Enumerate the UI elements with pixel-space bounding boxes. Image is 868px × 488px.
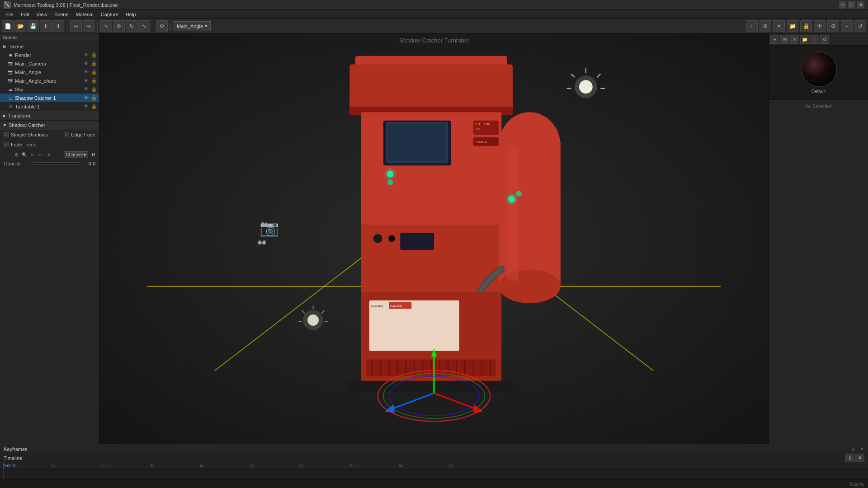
tool-search-icon[interactable]: 🔍 — [21, 151, 28, 158]
menu-scene[interactable]: Scene — [51, 10, 72, 19]
app-icon: 🔧 — [4, 1, 11, 9]
channel-dropdown[interactable]: Channel ▾ — [64, 151, 88, 158]
eye-icon-angle[interactable]: 👁 — [84, 69, 90, 75]
right-btn-grid[interactable]: ⊞ — [780, 35, 789, 44]
toolbar-close-right[interactable]: ✕ — [773, 20, 785, 32]
minimize-button[interactable]: ─ — [839, 1, 846, 9]
svg-point-70 — [303, 310, 323, 330]
svg-text:PUMP A: PUMP A — [475, 140, 487, 144]
toolbar-rotate[interactable]: ↻ — [126, 20, 137, 32]
opacity-bar[interactable] — [33, 162, 80, 165]
right-btn-refresh[interactable]: ↺ — [820, 35, 829, 44]
camera-label: Main_Angle — [177, 23, 203, 29]
eye-icon-shadow[interactable]: 👁 — [84, 95, 90, 101]
transform-header[interactable]: ▶ Transform — [0, 111, 99, 120]
toolbar-import[interactable]: ⬆ — [40, 20, 52, 32]
keyframes-label: Keyframes — [4, 446, 28, 452]
timeline-track[interactable] — [0, 469, 868, 479]
timeline-scroll-down[interactable]: ▼ — [860, 446, 864, 451]
viewport[interactable]: RRCG.CN 人人素材 RRCG 人人素材 RRCG KEF — [99, 33, 769, 444]
lock-icon-shadow[interactable]: 🔒 — [91, 95, 97, 101]
eye-icon-render[interactable]: 👁 — [84, 52, 90, 58]
time-display: 0:00.01 — [4, 464, 17, 468]
toolbar-scale[interactable]: ⤡ — [138, 20, 150, 32]
menu-help[interactable]: Help — [122, 10, 140, 19]
tree-item-main-camera[interactable]: 📷 Main_Camera 👁 🔒 — [0, 59, 99, 68]
ruler-7s: 7s — [349, 464, 354, 468]
toolbar-new[interactable]: 📄 — [2, 20, 14, 32]
right-panel: + ⊞ ✕ 📁 → ↺ — [769, 33, 868, 444]
svg-text:· 02: · 02 — [475, 127, 480, 131]
lock-icon-turntable[interactable]: 🔒 — [91, 103, 97, 110]
toolbar-plus[interactable]: + — [746, 20, 758, 32]
tool-settings-icon[interactable]: ⚙ — [13, 151, 20, 158]
toolbar-lock[interactable]: 🔒 — [800, 20, 812, 32]
right-btn-arrow[interactable]: → — [810, 35, 819, 44]
tree-item-main-angle-sharp[interactable]: 📷 Main_Angle_sharp 👁 🔒 — [0, 76, 99, 85]
toolbar-settings[interactable]: ⚙ — [827, 20, 839, 32]
lock-icon-render[interactable]: 🔒 — [91, 52, 97, 58]
toolbar-arrow-right[interactable]: → — [841, 20, 853, 32]
tree-label-scene: Scene — [9, 44, 24, 49]
right-btn-plus[interactable]: + — [770, 35, 779, 44]
menu-capture[interactable]: Capture — [97, 10, 122, 19]
toolbar-move[interactable]: ✥ — [113, 20, 125, 32]
render-icon: ■ — [7, 52, 14, 58]
camera-dropdown[interactable]: Main_Angle ▾ — [174, 21, 211, 31]
menu-material[interactable]: Material — [72, 10, 97, 19]
lock-icon-sky[interactable]: 🔒 — [91, 86, 97, 93]
tree-item-main-angle[interactable]: 📷 Main_Angle 👁 🔒 — [0, 68, 99, 76]
toolbar-render-settings[interactable]: ⚙ — [156, 20, 168, 32]
tool-edit-icon[interactable]: ✏ — [29, 151, 36, 158]
close-button[interactable]: ✕ — [857, 1, 864, 9]
main-toolbar: 📄 📂 💾 ⬆ ⬇ ↩ ↪ ↖ ✥ ↻ ⤡ ⚙ Main_Angle ▾ + ⊞… — [0, 19, 868, 33]
menu-edit[interactable]: Edit — [17, 10, 33, 19]
toolbar-save[interactable]: 💾 — [27, 20, 39, 32]
tree-item-shadow-catcher[interactable]: ◻ Shadow Catcher 1 👁 🔒 — [0, 94, 99, 102]
timeline-scroll-up[interactable]: ▲ — [851, 446, 855, 451]
lock-icon-camera[interactable]: 🔒 — [91, 61, 97, 67]
menu-view[interactable]: View — [33, 10, 51, 19]
toolbar-select[interactable]: ↖ — [100, 20, 112, 32]
eye-icon-angle-sharp[interactable]: 👁 — [84, 78, 90, 84]
toolbar-folder-right[interactable]: 📁 — [787, 20, 798, 32]
right-btn-close[interactable]: ✕ — [790, 35, 799, 44]
fade-checkbox-group[interactable]: ✓ Fade: — [4, 142, 24, 147]
simple-shadows-checkbox-group[interactable]: ✓ Simple Shadows — [4, 132, 48, 137]
eye-icon-sky[interactable]: 👁 — [84, 86, 90, 93]
playhead-track — [4, 469, 4, 479]
ruler-3s: 3s — [150, 464, 155, 468]
eye-icon-turntable[interactable]: 👁 — [84, 103, 90, 110]
eye-icon-camera[interactable]: 👁 — [84, 61, 90, 67]
tree-item-turntable[interactable]: ↻ Turntable 1 👁 🔒 — [0, 102, 99, 111]
maximize-button[interactable]: □ — [848, 1, 855, 9]
toolbar-grid[interactable]: ⊞ — [760, 20, 771, 32]
tree-item-sky[interactable]: ☁ Sky 👁 🔒 — [0, 85, 99, 94]
tool-clear-icon[interactable]: ✕ — [45, 151, 52, 158]
menu-file[interactable]: File — [2, 10, 17, 19]
svg-point-63 — [575, 75, 597, 98]
timeline-btn-down[interactable]: ⬇ — [855, 454, 864, 463]
shadow-catcher-header[interactable]: ▼ Shadow Catcher — [0, 121, 99, 130]
right-btn-folder[interactable]: 📁 — [800, 35, 809, 44]
ruler-9s: 9s — [448, 464, 453, 468]
toolbar-sep4 — [170, 22, 171, 31]
toolbar-open[interactable]: 📂 — [14, 20, 26, 32]
toolbar-refresh[interactable]: ↺ — [854, 20, 866, 32]
toolbar-export[interactable]: ⬇ — [52, 20, 64, 32]
tree-label-render: Render — [15, 52, 31, 58]
edge-fade-checkbox[interactable]: ✓ — [64, 132, 69, 137]
tool-reset-icon[interactable]: ↩ — [37, 151, 44, 158]
timeline-btn-scroll[interactable]: ⬆ — [845, 454, 854, 463]
toolbar-undo[interactable]: ↩ — [70, 20, 82, 32]
toolbar-eye[interactable]: 👁 — [814, 20, 826, 32]
fade-checkbox[interactable]: ✓ — [4, 142, 9, 147]
edge-fade-checkbox-group[interactable]: ✓ Edge Fade — [64, 132, 95, 137]
simple-shadows-checkbox[interactable]: ✓ — [4, 132, 9, 137]
lock-icon-angle[interactable]: 🔒 — [91, 69, 97, 75]
shadow-catcher-icon: ◻ — [7, 95, 14, 101]
tree-item-render[interactable]: ■ Render 👁 🔒 — [0, 51, 99, 59]
toolbar-redo[interactable]: ↪ — [83, 20, 94, 32]
lock-icon-angle-sharp[interactable]: 🔒 — [91, 78, 97, 84]
tree-item-scene[interactable]: ▶ Scene — [0, 42, 99, 51]
